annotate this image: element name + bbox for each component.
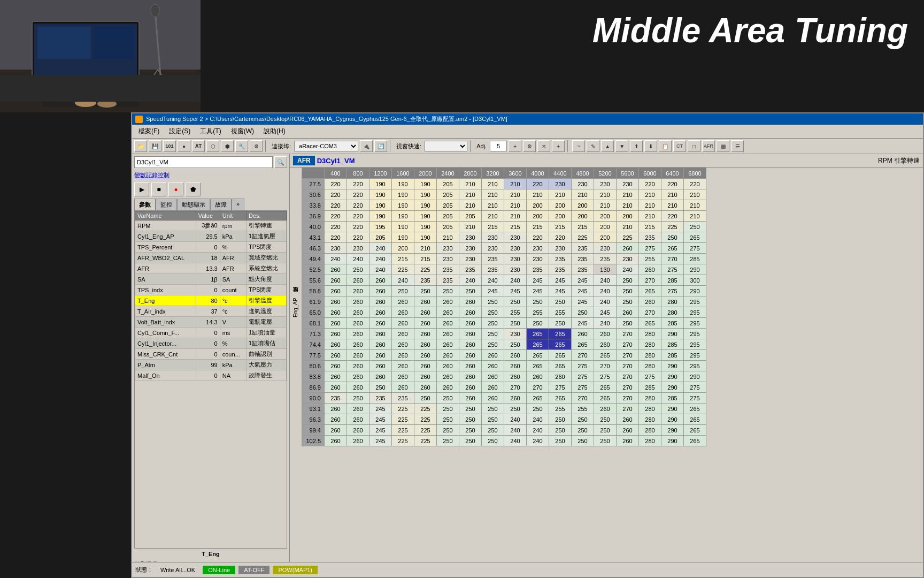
tuning-cell[interactable]: 260 <box>437 339 459 350</box>
tuning-cell[interactable]: 260 <box>617 425 639 436</box>
tuning-cell[interactable]: 270 <box>504 382 527 393</box>
tuning-cell[interactable]: 270 <box>594 361 617 371</box>
tuning-cell[interactable]: 210 <box>684 211 706 222</box>
tuning-cell[interactable]: 210 <box>661 200 684 211</box>
tuning-cell[interactable]: 260 <box>414 318 437 329</box>
tuning-cell[interactable]: 245 <box>527 286 549 296</box>
tuning-cell[interactable]: 250 <box>482 318 504 329</box>
toolbar-save-btn[interactable]: 💾 <box>149 140 161 152</box>
tuning-cell[interactable]: 260 <box>459 307 482 318</box>
search-button[interactable]: 🔍 <box>274 156 287 168</box>
tuning-cell[interactable]: 220 <box>347 232 369 243</box>
tuning-cell[interactable]: 235 <box>325 393 347 404</box>
tuning-cell[interactable]: 245 <box>572 286 594 296</box>
tuning-cell[interactable]: 260 <box>347 414 369 425</box>
toolbar-down-btn[interactable]: ▼ <box>615 140 628 152</box>
tuning-cell[interactable]: 280 <box>639 414 661 425</box>
tuning-cell[interactable]: 190 <box>414 179 437 189</box>
tuning-cell[interactable]: 205 <box>437 200 459 211</box>
tuning-cell[interactable]: 250 <box>572 436 594 446</box>
tuning-cell[interactable]: 190 <box>369 211 392 222</box>
tuning-cell[interactable]: 260 <box>459 296 482 307</box>
tuning-cell[interactable]: 210 <box>639 200 661 211</box>
tuning-cell[interactable]: 265 <box>684 414 706 425</box>
tuning-cell[interactable]: 210 <box>504 179 527 189</box>
tuning-cell[interactable]: 260 <box>369 361 392 371</box>
tuning-cell[interactable]: 260 <box>347 339 369 350</box>
tuning-cell[interactable]: 230 <box>504 243 527 254</box>
table-row[interactable]: T_Eng80°c引擎溫度 <box>135 295 287 306</box>
tuning-cell[interactable]: 245 <box>369 436 392 446</box>
table-row[interactable]: AFR_WBO2_CAL18AFR寬域空燃比 <box>135 253 287 263</box>
tuning-cell[interactable]: 215 <box>572 222 594 232</box>
tuning-cell[interactable]: 245 <box>527 275 549 286</box>
tuning-cell[interactable]: 235 <box>482 254 504 264</box>
tuning-cell[interactable]: 240 <box>504 414 527 425</box>
tuning-cell[interactable]: 250 <box>549 436 572 446</box>
tuning-cell[interactable]: 220 <box>347 222 369 232</box>
tuning-cell[interactable]: 200 <box>572 211 594 222</box>
tuning-cell[interactable]: 240 <box>594 275 617 286</box>
tuning-cell[interactable]: 260 <box>437 329 459 339</box>
tuning-cell[interactable]: 195 <box>369 222 392 232</box>
tuning-cell[interactable]: 220 <box>325 232 347 243</box>
tuning-cell[interactable]: 260 <box>414 371 437 382</box>
tuning-cell[interactable]: 260 <box>594 329 617 339</box>
tuning-cell[interactable]: 260 <box>392 350 414 361</box>
tuning-cell[interactable]: 210 <box>549 189 572 200</box>
toolbar-gear-btn[interactable]: ⚙ <box>523 140 536 152</box>
tuning-cell[interactable]: 260 <box>459 393 482 404</box>
tuning-cell[interactable]: 250 <box>504 296 527 307</box>
tuning-cell[interactable]: 210 <box>414 243 437 254</box>
tuning-cell[interactable]: 220 <box>661 179 684 189</box>
tuning-cell[interactable]: 200 <box>572 200 594 211</box>
tuning-cell[interactable]: 205 <box>437 179 459 189</box>
tuning-cell[interactable]: 190 <box>369 189 392 200</box>
toolbar-btn-3[interactable]: 101 <box>163 140 176 152</box>
tuning-cell[interactable]: 265 <box>527 339 549 350</box>
tuning-cell[interactable]: 220 <box>347 189 369 200</box>
tuning-cell[interactable]: 275 <box>572 371 594 382</box>
tuning-cell[interactable]: 265 <box>572 339 594 350</box>
tuning-cell[interactable]: 250 <box>414 286 437 296</box>
tuning-cell[interactable]: 265 <box>684 404 706 414</box>
tuning-cell[interactable]: 260 <box>347 371 369 382</box>
tuning-cell[interactable]: 260 <box>347 382 369 393</box>
menu-file[interactable]: 檔案(F) <box>134 126 164 137</box>
tuning-cell[interactable]: 220 <box>347 200 369 211</box>
tuning-cell[interactable]: 220 <box>527 232 549 243</box>
tuning-cell[interactable]: 240 <box>459 275 482 286</box>
menu-settings[interactable]: 設定(S) <box>165 126 195 137</box>
tuning-cell[interactable]: 280 <box>639 393 661 404</box>
toolbar-refresh-btn[interactable]: 🔄 <box>374 140 387 152</box>
tuning-cell[interactable]: 235 <box>572 243 594 254</box>
tuning-cell[interactable]: 250 <box>392 286 414 296</box>
play-button[interactable]: ▶ <box>134 182 149 196</box>
tuning-cell[interactable]: 260 <box>347 307 369 318</box>
tuning-cell[interactable]: 250 <box>482 329 504 339</box>
tuning-cell[interactable]: 250 <box>504 404 527 414</box>
tuning-cell[interactable]: 205 <box>437 189 459 200</box>
tuning-cell[interactable]: 280 <box>639 425 661 436</box>
tuning-cell[interactable]: 265 <box>639 286 661 296</box>
tuning-cell[interactable]: 190 <box>392 232 414 243</box>
tuning-cell[interactable]: 230 <box>459 232 482 243</box>
tuning-cell[interactable]: 260 <box>347 425 369 436</box>
tuning-cell[interactable]: 200 <box>549 200 572 211</box>
tuning-cell[interactable]: 260 <box>325 436 347 446</box>
tuning-cell[interactable]: 240 <box>482 275 504 286</box>
tuning-cell[interactable]: 270 <box>527 382 549 393</box>
tuning-cell[interactable]: 210 <box>594 189 617 200</box>
tuning-cell[interactable]: 300 <box>684 275 706 286</box>
menu-help[interactable]: 說助(H) <box>259 126 290 137</box>
tuning-cell[interactable]: 260 <box>617 307 639 318</box>
tuning-cell[interactable]: 210 <box>459 189 482 200</box>
tuning-cell[interactable]: 260 <box>347 404 369 414</box>
tuning-cell[interactable]: 275 <box>572 382 594 393</box>
tuning-cell[interactable]: 230 <box>504 254 527 264</box>
toolbar-afr-btn[interactable]: AFR <box>702 140 715 152</box>
window-speed-select[interactable] <box>425 141 467 151</box>
tuning-cell[interactable]: 230 <box>549 243 572 254</box>
tuning-cell[interactable]: 225 <box>572 232 594 243</box>
tuning-cell[interactable]: 225 <box>661 222 684 232</box>
